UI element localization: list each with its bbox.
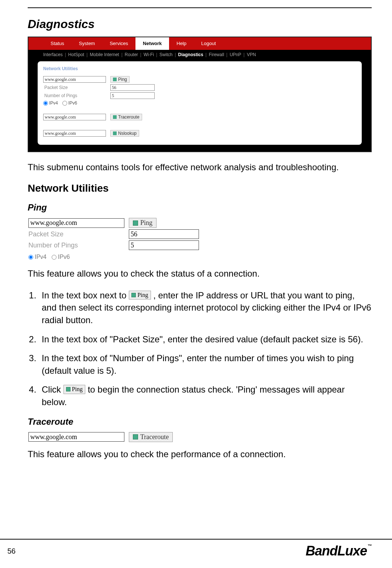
play-icon [113,115,117,119]
subtab-hotspot[interactable]: HotSpot [68,52,84,57]
play-icon [131,293,136,297]
ping-detail-button[interactable]: Ping [129,218,157,228]
subtab-vpn[interactable]: VPN [247,52,256,57]
page-number: 56 [7,547,16,555]
ping-detail-host-input[interactable] [28,218,124,228]
ping-detail: Ping Packet Size Number of Pings IPv4 IP… [28,217,372,263]
intro-text: This submenu contains tools for effectiv… [28,161,372,173]
subtab-switch[interactable]: Switch [159,52,172,57]
subtab-interfaces[interactable]: Interfaces [43,52,63,57]
packet-size-label: Packet Size [43,84,106,91]
ping-detail-packet-input[interactable] [129,229,199,239]
tab-services[interactable]: Services [102,37,135,50]
inline-ping-button-2: Ping [63,385,85,394]
num-pings-input[interactable] [110,92,155,99]
traceroute-button[interactable]: Traceroute [110,114,142,120]
ipv4-radio[interactable]: IPv4 [43,100,58,106]
traceroute-desc: This feature allows you to check the per… [28,448,372,460]
play-icon [113,78,117,81]
play-icon [66,387,71,391]
inline-ping-button: Ping [129,291,151,300]
tab-status[interactable]: Status [43,37,72,50]
ping-heading: Ping [28,202,372,213]
subtab-firewall[interactable]: Firewall [209,52,224,57]
traceroute-heading: Traceroute [28,417,372,427]
footer: 56 BandLuxe™ [0,539,392,559]
page: Diagnostics Status System Services Netwo… [0,0,392,568]
subtab-router[interactable]: Router [125,52,138,57]
subtab-mobile[interactable]: Mobile Internet [90,52,119,57]
top-rule [28,7,372,8]
step-3: In the text box of "Number of Pings", en… [39,352,372,377]
num-pings-label: Number of Pings [43,92,106,99]
ping-detail-ipv6-radio[interactable]: IPv6 [52,254,70,260]
network-utilities-heading: Network Utilities [28,182,372,194]
ipv6-radio[interactable]: IPv6 [62,100,77,106]
traceroute-host-input[interactable] [43,114,106,120]
network-utilities-panel: Network Utilities Ping Packet Size Numbe… [38,61,362,145]
play-icon [133,434,138,439]
tab-system[interactable]: System [72,37,102,50]
ping-steps: In the text box next to Ping , enter the… [39,289,372,408]
ping-detail-ipv4-radio[interactable]: IPv4 [28,254,47,260]
nslookup-button[interactable]: Nslookup [110,130,139,137]
ping-button[interactable]: Ping [110,76,130,83]
ping-host-input[interactable] [43,76,106,83]
sub-tabs: Interfaces| HotSpot| Mobile Internet| Ro… [28,50,371,59]
trademark-icon: ™ [368,543,372,548]
tab-help[interactable]: Help [169,37,194,50]
main-tabs: Status System Services Network Help Logo… [28,37,371,50]
traceroute-detail-host-input[interactable] [28,432,124,442]
brand-logo: BandLuxe™ [306,543,372,559]
ping-detail-num-label: Number of Pings [28,242,78,249]
subtab-diagnostics[interactable]: Diagnostics [178,52,203,57]
ping-detail-packet-label: Packet Size [28,230,63,238]
ping-desc: This feature allows you to check the sta… [28,268,372,280]
packet-size-input[interactable] [110,84,155,91]
traceroute-detail: Traceroute [28,431,372,443]
tab-network[interactable]: Network [135,37,169,50]
play-icon [133,220,138,226]
traceroute-detail-button[interactable]: Traceroute [129,432,173,442]
tab-logout[interactable]: Logout [194,37,223,50]
ping-detail-num-input[interactable] [129,240,199,250]
router-screenshot: Status System Services Network Help Logo… [28,37,372,152]
play-icon [113,131,117,135]
step-2: In the text box of "Packet Size", enter … [39,333,372,346]
step-4: Click Ping to begin the connection statu… [39,383,372,408]
nslookup-host-input[interactable] [43,130,106,137]
step-1: In the text box next to Ping , enter the… [39,289,372,326]
page-title: Diagnostics [28,17,372,31]
subtab-wifi[interactable]: Wi-Fi [144,52,154,57]
subtab-upnp[interactable]: UPnP [230,52,241,57]
panel-header: Network Utilities [43,65,356,72]
